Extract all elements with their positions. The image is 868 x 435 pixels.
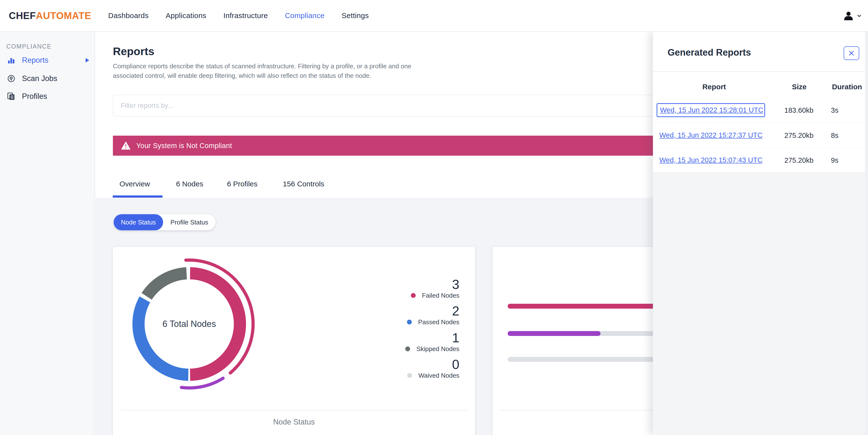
tab-profiles[interactable]: 6 Profiles [227,180,257,188]
report-size: 183.60kb [784,106,813,114]
alert-message: Your System is Not Compliant [136,142,232,150]
sidebar-item-scan-jobs[interactable]: Scan Jobs [0,72,95,85]
tab-overview[interactable]: Overview [120,180,150,188]
app-root: CHEFAUTOMATE Dashboards Applications Inf… [0,0,868,435]
panel-divider [653,71,868,72]
status-toggle: Node Status Profile Status [114,214,216,230]
tab-controls[interactable]: 156 Controls [283,180,324,188]
page-description: Compliance reports describe the status o… [113,61,420,81]
card-divider [121,410,467,410]
node-status-caption: Node Status [113,418,475,427]
waived-dot-icon [407,373,412,378]
legend-item-waived: 0 Waived Nodes [407,357,459,380]
sidebar-section-label: COMPLIANCE [6,43,52,50]
legend-item-failed: 3 Failed Nodes [411,277,459,299]
primary-nav: Dashboards Applications Infrastructure C… [108,11,369,20]
report-duration: 8s [831,132,838,140]
column-header-size: Size [780,83,819,91]
legend-label: Failed Nodes [422,291,459,299]
generated-reports-panel: Generated Reports Report Size Duration W… [653,32,868,435]
table-row: Wed, 15 Jun 2022 15:07:43 UTC 275.20kb 9… [653,148,865,173]
brand-automate: AUTOMATE [36,10,91,21]
warning-icon [121,142,130,150]
chevron-down-icon [857,14,861,17]
report-duration: 3s [831,106,838,114]
report-link[interactable]: Wed, 15 Jun 2022 15:28:01 UTC [660,106,763,114]
sidebar-item-label: Reports [22,56,49,65]
legend-value: 1 [405,330,459,345]
nav-applications[interactable]: Applications [166,11,207,20]
report-size: 275.20kb [784,132,813,140]
user-menu[interactable] [843,0,861,32]
sidebar: COMPLIANCE Reports Scan Jobs [0,32,95,435]
column-header-duration: Duration [824,83,868,91]
failed-dot-icon [411,293,416,298]
column-header-report: Report [687,83,741,91]
skipped-dot-icon [405,346,410,351]
passed-dot-icon [407,320,412,324]
tab-nodes[interactable]: 6 Nodes [176,180,203,188]
legend-item-passed: 2 Passed Nodes [407,304,459,326]
report-duration: 9s [831,156,838,165]
panel-empty-area [653,173,868,435]
brand-logo[interactable]: CHEFAUTOMATE [9,10,91,21]
report-link[interactable]: Wed, 15 Jun 2022 15:27:37 UTC [659,131,763,139]
panel-title: Generated Reports [668,47,751,58]
sidebar-item-label: Profiles [22,92,47,101]
profiles-stack-icon [7,92,16,101]
sidebar-item-label: Scan Jobs [22,74,57,83]
toggle-node-status[interactable]: Node Status [114,214,163,230]
toggle-profile-status[interactable]: Profile Status [163,214,216,230]
legend-value: 2 [407,304,459,318]
nav-dashboards[interactable]: Dashboards [108,11,149,20]
legend-value: 0 [407,357,459,371]
nav-compliance[interactable]: Compliance [285,11,324,20]
brand-chef: CHEF [9,10,36,21]
scanner-icon [7,74,16,83]
legend-label: Waived Nodes [418,371,459,380]
report-size: 275.20kb [784,156,813,165]
legend-item-skipped: 1 Skipped Nodes [405,330,459,353]
expand-arrow-icon[interactable] [86,58,89,62]
donut-total-label: 6 Total Nodes [121,256,257,392]
severity-bar-major-fill [508,331,600,336]
legend-label: Passed Nodes [418,318,459,326]
nav-settings[interactable]: Settings [342,11,369,20]
close-button[interactable] [844,46,859,60]
top-nav: CHEFAUTOMATE Dashboards Applications Inf… [0,0,868,32]
report-link[interactable]: Wed, 15 Jun 2022 15:07:43 UTC [659,156,763,164]
scrollbar[interactable] [865,32,868,435]
sidebar-item-profiles[interactable]: Profiles [0,90,95,103]
active-tab-underline [113,196,163,198]
legend-value: 3 [411,277,459,291]
focused-report-link-outline: Wed, 15 Jun 2022 15:28:01 UTC [657,103,765,117]
bar-chart-icon [7,56,16,65]
table-row: Wed, 15 Jun 2022 15:28:01 UTC 183.60kb 3… [653,97,865,123]
sidebar-item-reports[interactable]: Reports [0,53,95,67]
user-avatar-icon [843,10,854,21]
close-icon [848,50,855,56]
legend-label: Skipped Nodes [416,345,459,353]
node-status-card: 6 Total Nodes 3 Failed Nodes 2 Passed No… [113,247,475,435]
table-row: Wed, 15 Jun 2022 15:27:37 UTC 275.20kb 8… [653,123,865,148]
nav-infrastructure[interactable]: Infrastructure [223,11,268,20]
page-title: Reports [113,45,154,58]
